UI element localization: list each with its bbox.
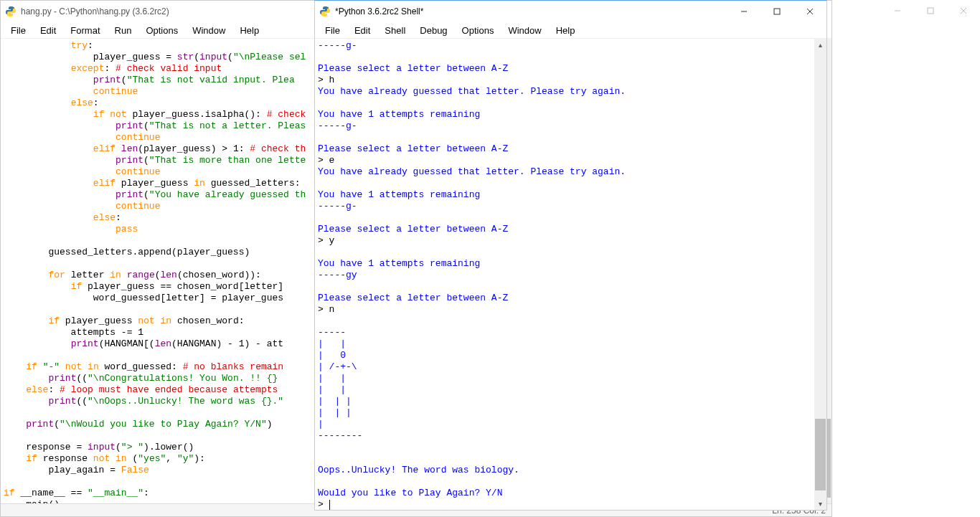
scroll-down-arrow[interactable]: ▾ (814, 498, 826, 510)
shell-minimize-button[interactable] (727, 1, 760, 22)
menu-edit[interactable]: Edit (34, 24, 62, 37)
bg-minimize-button[interactable] (881, 0, 914, 22)
menu-help[interactable]: Help (234, 24, 265, 37)
menu-file[interactable]: File (319, 24, 346, 37)
shell-window: *Python 3.6.2rc2 Shell* FileEditShellDeb… (314, 0, 827, 511)
menu-format[interactable]: Format (65, 24, 105, 37)
menu-edit[interactable]: Edit (349, 24, 376, 37)
menu-window[interactable]: Window (187, 24, 231, 37)
menu-options[interactable]: Options (140, 24, 184, 37)
shell-maximize-button[interactable] (760, 1, 793, 22)
scroll-up-arrow[interactable]: ▴ (814, 39, 826, 51)
menu-file[interactable]: File (5, 24, 32, 37)
shell-output-area[interactable]: -----g- Please select a letter between A… (315, 38, 826, 510)
shell-scrollbar[interactable]: ▴ ▾ (814, 39, 826, 510)
shell-menubar: FileEditShellDebugOptionsWindowHelp (315, 22, 826, 38)
menu-window[interactable]: Window (502, 24, 547, 37)
scroll-thumb[interactable] (815, 419, 826, 490)
python-icon (5, 6, 17, 17)
shell-titlebar[interactable]: *Python 3.6.2rc2 Shell* (315, 1, 826, 22)
menu-shell[interactable]: Shell (379, 24, 411, 37)
python-icon (319, 6, 331, 17)
bg-close-button[interactable] (947, 0, 980, 22)
menu-help[interactable]: Help (550, 24, 581, 37)
shell-title: *Python 3.6.2rc2 Shell* (335, 6, 727, 16)
menu-options[interactable]: Options (456, 24, 500, 37)
bg-titlebar (861, 0, 980, 22)
menu-run[interactable]: Run (109, 24, 138, 37)
text-cursor (329, 500, 330, 510)
bg-maximize-button[interactable] (914, 0, 947, 22)
menu-debug[interactable]: Debug (414, 24, 453, 37)
svg-rect-5 (774, 9, 780, 14)
svg-rect-1 (928, 8, 933, 14)
shell-close-button[interactable] (793, 1, 826, 22)
